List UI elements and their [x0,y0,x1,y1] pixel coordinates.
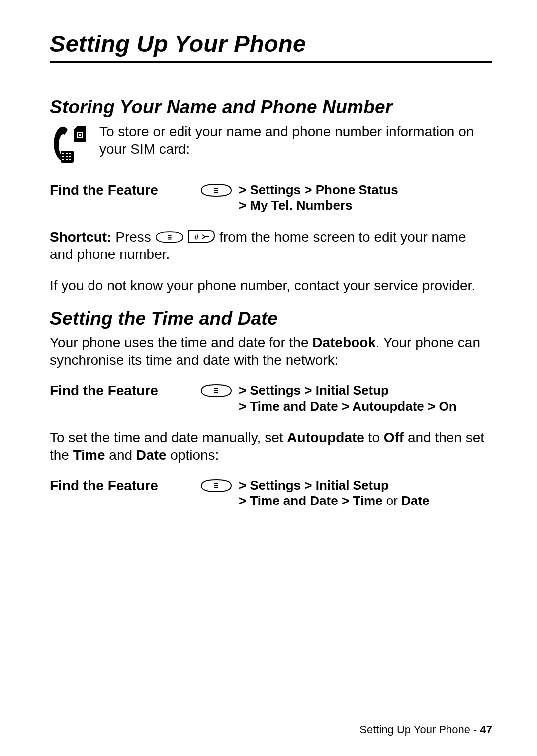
section-heading-storing: Storing Your Name and Phone Number [50,97,492,118]
svg-rect-5 [66,156,68,157]
menu-key-icon [200,479,232,493]
title-rule [50,61,492,63]
footer-section: Setting Up Your Phone [359,723,470,736]
svg-rect-2 [66,153,68,154]
nav-path-time-or-date: > Settings > Initial Setup > Time and Da… [239,478,430,508]
svg-rect-1 [62,153,64,154]
find-the-feature-label: Find the Feature [50,383,194,399]
page-number: 47 [480,723,492,736]
nav-path-autoupdate-on: > Settings > Initial Setup > Time and Da… [239,383,457,414]
svg-rect-3 [69,153,71,154]
svg-text:#: # [194,233,199,241]
menu-key-icon [155,231,184,244]
section2-intro-text: Your phone uses the time and date for th… [50,334,492,369]
section-heading-timedate: Setting the Time and Date [50,308,492,329]
unknown-number-text: If you do not know your phone number, co… [50,277,492,294]
nav-path-my-tel: > Settings > Phone Status > My Tel. Numb… [239,182,398,213]
manual-set-text: To set the time and date manually, set A… [50,429,492,464]
shortcut-text: Shortcut: Press # from the home screen t… [50,228,492,263]
phone-sim-icon [50,123,90,168]
find-the-feature-label: Find the Feature [50,478,194,494]
svg-rect-6 [69,156,71,157]
menu-key-icon [200,183,232,197]
section1-intro-text: To store or edit your name and phone num… [99,123,492,158]
svg-rect-12 [79,134,81,136]
hash-key-icon: # [187,230,215,244]
page-footer: Setting Up Your Phone - 47 [359,723,492,736]
page-title: Setting Up Your Phone [50,30,492,57]
svg-rect-4 [62,156,64,157]
svg-rect-7 [62,159,64,160]
svg-rect-8 [66,159,68,160]
svg-rect-9 [69,159,71,160]
find-the-feature-label: Find the Feature [50,182,194,198]
menu-key-icon [200,384,232,398]
